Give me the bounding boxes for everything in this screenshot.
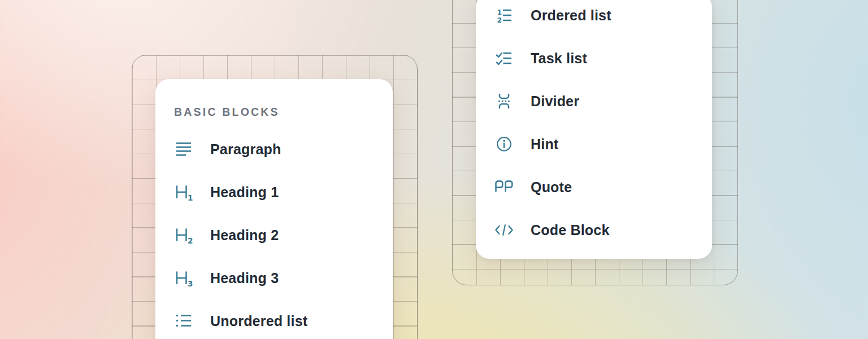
svg-text:1: 1: [188, 193, 193, 201]
editor-blocks-promo: BASIC BLOCKS Paragraph 1 Heading 1: [0, 0, 868, 339]
menu-item-hint[interactable]: Hint: [494, 123, 712, 166]
menu-item-divider[interactable]: Divider: [494, 80, 712, 123]
unordered-list-icon: [174, 313, 193, 329]
menu-item-label: Unordered list: [210, 313, 307, 329]
menu-item-label: Heading 1: [210, 184, 279, 201]
hint-icon: [494, 136, 514, 153]
menu-item-label: Quote: [531, 179, 572, 195]
menu-item-heading-3[interactable]: 3 Heading 3: [174, 257, 393, 299]
menu-item-label: Code Block: [531, 222, 610, 238]
quote-icon: [494, 180, 514, 194]
menu-item-label: Ordered list: [531, 7, 611, 24]
menu-item-label: Heading 3: [210, 270, 279, 286]
menu-item-label: Paragraph: [210, 141, 281, 158]
menu-item-code-block[interactable]: Code Block: [494, 208, 712, 251]
menu-item-quote[interactable]: Quote: [494, 166, 712, 208]
menu-item-label: Hint: [531, 136, 558, 153]
menu-item-ordered-list[interactable]: 1 2 Ordered list: [494, 0, 712, 37]
category-heading: BASIC BLOCKS: [174, 96, 393, 128]
menu-item-unordered-list[interactable]: Unordered list: [174, 299, 393, 339]
menu-item-label: Heading 2: [210, 227, 279, 244]
menu-item-task-list[interactable]: Task list: [494, 37, 712, 80]
ordered-list-icon: 1 2: [494, 7, 514, 23]
svg-text:2: 2: [497, 16, 502, 24]
block-menu-panel-basic: BASIC BLOCKS Paragraph 1 Heading 1: [155, 79, 393, 339]
heading-1-icon: 1: [174, 184, 193, 201]
svg-text:3: 3: [188, 279, 193, 287]
code-block-icon: [494, 222, 514, 238]
block-menu-panel-more: 1 2 Ordered list Task list: [476, 0, 712, 259]
menu-item-paragraph[interactable]: Paragraph: [174, 128, 393, 171]
menu-item-label: Divider: [531, 93, 579, 110]
task-list-icon: [494, 50, 514, 66]
heading-2-icon: 2: [174, 227, 193, 244]
menu-item-heading-2[interactable]: 2 Heading 2: [174, 214, 393, 257]
heading-3-icon: 3: [174, 270, 193, 286]
menu-item-heading-1[interactable]: 1 Heading 1: [174, 171, 393, 214]
paragraph-icon: [174, 141, 193, 158]
menu-item-label: Task list: [531, 50, 587, 67]
svg-text:2: 2: [188, 236, 193, 244]
divider-icon: [494, 93, 514, 110]
